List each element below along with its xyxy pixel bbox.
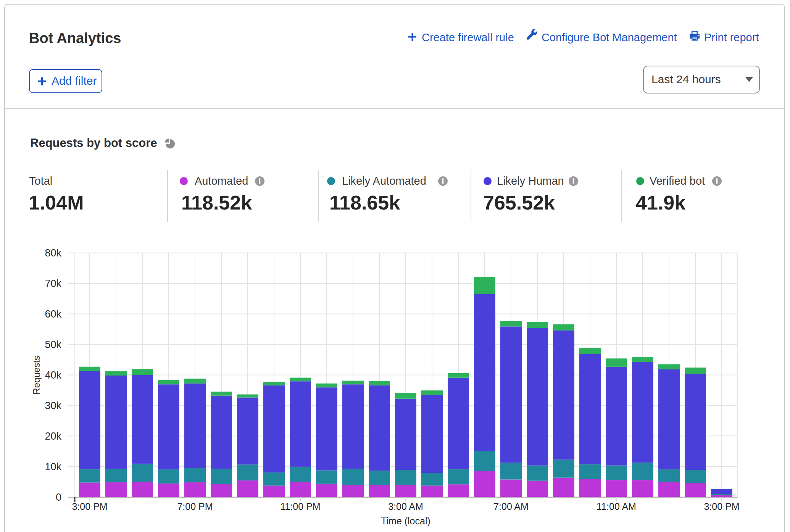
svg-text:7:00 AM: 7:00 AM [493,501,529,512]
svg-text:3:00 PM: 3:00 PM [704,501,739,512]
svg-text:Requests: Requests [31,356,42,394]
svg-text:40k: 40k [45,369,61,381]
svg-text:50k: 50k [45,339,61,350]
svg-text:7:00 PM: 7:00 PM [177,501,213,512]
svg-text:11:00 AM: 11:00 AM [597,501,636,512]
svg-text:3:00 PM: 3:00 PM [72,501,107,512]
svg-text:70k: 70k [45,278,61,289]
svg-text:Time (local): Time (local) [381,516,430,526]
svg-text:0: 0 [56,492,61,503]
svg-text:10k: 10k [45,461,61,472]
svg-text:80k: 80k [45,247,61,259]
svg-text:30k: 30k [45,400,61,411]
svg-text:20k: 20k [45,430,61,442]
svg-text:3:00 AM: 3:00 AM [388,501,423,512]
svg-text:60k: 60k [45,308,61,320]
svg-text:11:00 PM: 11:00 PM [280,501,320,512]
